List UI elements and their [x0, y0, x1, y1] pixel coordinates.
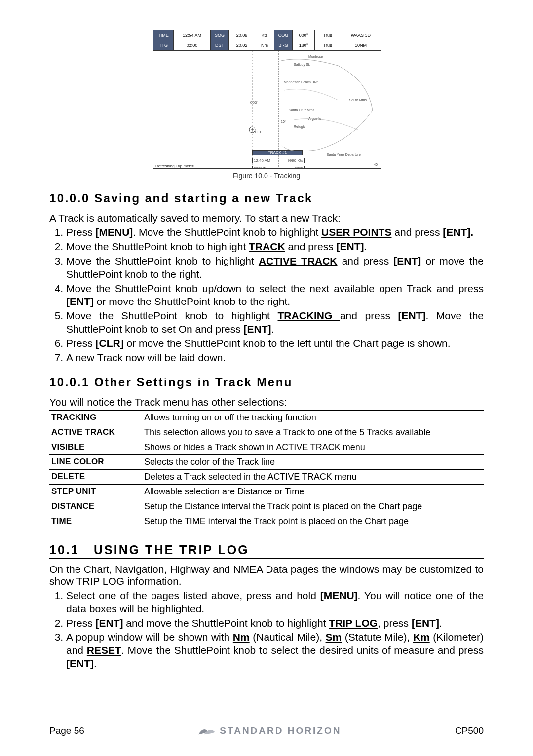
t: [ENT] — [398, 310, 425, 321]
cog-ref: True — [315, 30, 341, 40]
table-row: VISIBLEShows or hides a Track shown in A… — [49, 440, 484, 454]
scale-value: 10NM — [341, 40, 381, 50]
t: ACTIVE TRACK — [259, 255, 338, 266]
setting-key: DELETE — [49, 469, 142, 484]
map-label: Montrose — [308, 55, 323, 58]
step: Move the ShuttlePoint knob up/down to se… — [66, 282, 484, 309]
cog-value: 000° — [293, 30, 315, 40]
t: Press — [66, 227, 96, 238]
t: Move the ShuttlePoint knob to highlight — [66, 241, 249, 252]
step: A popup window will be shown with Nm (Na… — [66, 631, 484, 671]
map-label: South Mtns — [349, 98, 367, 102]
ttg-value: 02:00 — [174, 40, 211, 50]
t: Move the ShuttlePoint knob to highlight — [66, 255, 259, 266]
heading-10-0-0: 10.0.0 Saving and starting a new Track — [49, 191, 484, 205]
intro-10-0-0: A Track is automatically saved to memory… — [49, 212, 484, 224]
t: and press — [391, 227, 443, 238]
setting-value: Allowable selection are Distance or Time — [142, 484, 484, 499]
table-row: TIMESetup the TIME interval the Track po… — [49, 514, 484, 529]
setting-key: STEP UNIT — [49, 484, 142, 499]
t: and press — [338, 255, 394, 266]
t: [ENT] — [412, 617, 439, 629]
t: [MENU] — [320, 590, 358, 601]
setting-value: Shows or hides a Track shown in ACTIVE T… — [142, 440, 484, 454]
t: [ENT] — [66, 658, 94, 669]
brand-logo-icon — [198, 725, 216, 736]
track-settings-table: TRACKINGAllows turning on or off the tra… — [49, 410, 484, 529]
setting-value: Setup the Distance interval the Track po… — [142, 499, 484, 514]
heading-10-0-1: 10.0.1 Other Settings in Track Menu — [49, 376, 484, 389]
map-label: 40 — [374, 163, 378, 166]
map-label: Saticoy St. — [294, 63, 310, 66]
time-label: TIME — [153, 30, 174, 40]
table-row: DELETEDeletes a Track selected in the AC… — [49, 469, 484, 484]
sog-label: SOG — [211, 30, 229, 40]
t: and press — [340, 310, 398, 321]
t: . — [439, 617, 442, 629]
setting-key: VISIBLE — [49, 440, 142, 454]
brg-label: BRG — [274, 40, 293, 50]
time-value: 12:54 AM — [174, 30, 211, 40]
t: Sm — [326, 631, 342, 643]
t: (Nautical Mile), — [250, 631, 326, 643]
intro-10-1: On the Chart, Navigation, Highway and NM… — [49, 564, 484, 587]
page-number: Page 56 — [49, 725, 84, 736]
step: Move the ShuttlePoint knob to highlight … — [66, 255, 484, 281]
cog-label: COG — [274, 30, 293, 40]
t: [ENT] — [66, 296, 94, 307]
step: Press [CLR] or move the ShuttlePoint kno… — [66, 337, 484, 350]
t: TRIP LOG — [329, 617, 378, 629]
t: [ENT] — [96, 617, 123, 629]
sog-unit: Kts — [255, 30, 274, 40]
t: [MENU] — [96, 227, 133, 238]
dst-value: 20.02 — [229, 40, 255, 50]
t: . — [94, 658, 97, 669]
dst-unit: Nm — [255, 40, 274, 50]
model-number: CP500 — [455, 725, 484, 736]
screen-footer: Refreshing Trip meter! — [155, 164, 194, 168]
t: . Move the ShuttlePoint knob to highligh… — [133, 227, 321, 238]
t: A popup window will be shown with — [66, 631, 233, 643]
map-label: Arguello — [308, 117, 321, 120]
brg-ref: True — [315, 40, 341, 50]
t: USER POINTS — [321, 227, 391, 238]
t: Km — [413, 631, 430, 643]
section-title: USING THE TRIP LOG — [94, 543, 249, 557]
step: Press [ENT] and move the ShuttlePoint kn… — [66, 617, 484, 630]
page-footer: Page 56 STANDARD HORIZON CP500 — [49, 722, 484, 736]
t: . — [271, 323, 274, 335]
table-row: STEP UNITAllowable selection are Distanc… — [49, 484, 484, 499]
map-label: Santa Ynez Departure — [327, 153, 361, 156]
step: Select one of the pages listed above, pr… — [66, 589, 484, 616]
infobox-heading: 000° T — [254, 166, 266, 169]
setting-value: Deletes a Track selected in the ACTIVE T… — [142, 469, 484, 484]
t: Select one of the pages listed above, pr… — [66, 590, 320, 601]
steps-10-0-0: Press [MENU]. Move the ShuttlePoint knob… — [49, 226, 484, 365]
step: Move the ShuttlePoint knob to highlight … — [66, 240, 484, 254]
map-label: Refugio — [294, 125, 305, 128]
t: and press — [285, 241, 337, 252]
brand: STANDARD HORIZON — [198, 725, 341, 736]
table-row: DISTANCESetup the Distance interval the … — [49, 499, 484, 514]
t: [ENT]. — [336, 241, 367, 252]
t: [ENT]. — [443, 227, 473, 238]
map-label: Santa Cruz Mtns — [289, 108, 314, 112]
step: Move the ShuttlePoint knob to highlight … — [66, 309, 484, 336]
t: Nm — [233, 631, 250, 643]
heading-10-1: 10.1USING THE TRIP LOG — [49, 543, 484, 559]
screen-frame: TIME 12:54 AM SOG 20.09 Kts COG 000° Tru… — [153, 30, 381, 169]
t: (Statute Mile), — [342, 631, 413, 643]
intro-10-0-1: You will notice the Track menu has other… — [49, 396, 484, 408]
t: or move the ShuttlePoint knob to the rig… — [94, 296, 290, 307]
map-label: Manhattan Beach Blvd — [284, 80, 318, 84]
brg-value: 180° — [293, 40, 315, 50]
sog-value: 20.09 — [229, 30, 255, 40]
t: TRACK — [249, 241, 285, 252]
t: and move the ShuttlePoint knob to highli… — [123, 617, 329, 629]
setting-key: TIME — [49, 514, 142, 529]
t: RESET — [87, 644, 121, 656]
t: A new Track now will be laid down. — [66, 352, 226, 363]
t: , press — [378, 617, 412, 629]
infobox-time: 12:46 AM — [254, 158, 270, 163]
t: Move the ShuttlePoint knob up/down to se… — [66, 283, 484, 294]
